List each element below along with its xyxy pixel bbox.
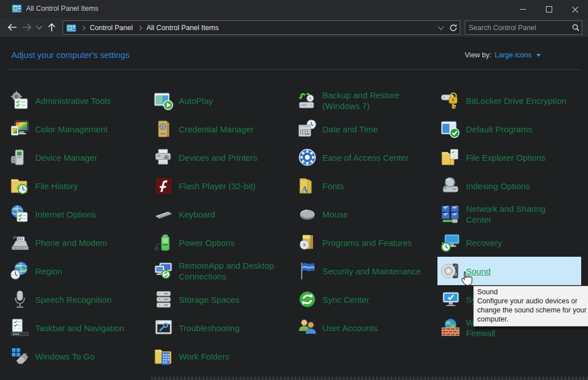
item-region[interactable]: Region bbox=[7, 257, 151, 285]
maximize-button[interactable] bbox=[536, 0, 562, 18]
item-label: Mouse bbox=[323, 209, 348, 220]
hand-cursor-icon bbox=[460, 271, 473, 289]
system-icon bbox=[441, 290, 460, 309]
item-speech-recognition[interactable]: Speech Recognition bbox=[7, 285, 151, 314]
item-label: File History bbox=[35, 181, 78, 191]
bitlocker-icon bbox=[441, 91, 460, 110]
item-bitlocker-drive-encryption[interactable]: BitLocker Drive Encryption bbox=[437, 86, 581, 115]
taskbar-navigation-icon bbox=[10, 318, 30, 337]
close-button[interactable] bbox=[562, 0, 588, 18]
recovery-icon bbox=[441, 233, 460, 252]
item-work-folders[interactable]: Work Folders bbox=[151, 342, 294, 370]
item-date-and-time[interactable]: Date and Time bbox=[294, 115, 438, 143]
item-administrative-tools[interactable]: Administrative Tools bbox=[7, 86, 151, 115]
backup-restore-icon bbox=[298, 91, 317, 110]
item-security-and-maintenance[interactable]: Security and Maintenance bbox=[294, 257, 438, 285]
forward-button[interactable] bbox=[19, 20, 34, 35]
control-panel-icon bbox=[12, 5, 22, 12]
minimize-icon bbox=[520, 9, 526, 10]
sound-icon bbox=[441, 261, 460, 281]
file-history-icon bbox=[10, 176, 30, 195]
view-by-value[interactable]: Large icons bbox=[495, 51, 532, 59]
item-fonts[interactable]: AFonts bbox=[294, 172, 438, 200]
item-label: Storage Spaces bbox=[179, 294, 240, 305]
chevron-down-icon bbox=[437, 23, 444, 30]
item-recovery[interactable]: Recovery bbox=[437, 228, 581, 257]
tooltip: Sound Configure your audio devices or ch… bbox=[473, 286, 588, 327]
items-grid: Administrative ToolsAutoPlayBackup and R… bbox=[7, 86, 581, 370]
breadcrumb-control-panel[interactable]: Control Panel bbox=[90, 24, 133, 32]
item-label: BitLocker Drive Encryption bbox=[466, 95, 566, 106]
item-label: Default Programs bbox=[466, 124, 532, 135]
item-phone-and-modem[interactable]: Phone and Modem bbox=[7, 228, 151, 257]
item-label: Speech Recognition bbox=[35, 294, 111, 305]
title-bar: All Control Panel Items bbox=[0, 0, 588, 18]
item-devices-and-printers[interactable]: Devices and Printers bbox=[151, 143, 294, 172]
forward-arrow-icon bbox=[22, 23, 32, 31]
item-user-accounts[interactable]: User Accounts bbox=[294, 314, 438, 342]
item-troubleshooting[interactable]: Troubleshooting bbox=[151, 314, 294, 342]
address-field[interactable]: Control Panel All Control Panel Items bbox=[62, 20, 460, 35]
programs-features-icon bbox=[298, 233, 317, 252]
remoteapp-icon bbox=[154, 261, 173, 281]
region-icon bbox=[10, 261, 30, 281]
item-label: Work Folders bbox=[179, 351, 230, 362]
item-autoplay[interactable]: AutoPlay bbox=[151, 86, 294, 115]
svg-text:A: A bbox=[301, 185, 308, 194]
maximize-icon bbox=[546, 6, 552, 12]
item-programs-and-features[interactable]: Programs and Features bbox=[294, 228, 438, 257]
item-default-programs[interactable]: Default Programs bbox=[437, 115, 581, 143]
item-power-options[interactable]: Power Options bbox=[151, 228, 294, 257]
back-button[interactable] bbox=[5, 20, 19, 35]
up-arrow-icon bbox=[48, 23, 56, 32]
item-device-manager[interactable]: Device Manager bbox=[7, 143, 151, 172]
item-label: Credential Manager bbox=[179, 124, 254, 135]
item-label: Phone and Modem bbox=[35, 237, 107, 248]
item-backup-and-restore-windows-7[interactable]: Backup and Restore (Windows 7) bbox=[294, 86, 438, 115]
item-indexing-options[interactable]: Indexing Options bbox=[437, 172, 581, 200]
item-label: RemoteApp and Desktop Connections bbox=[179, 260, 274, 282]
item-sync-center[interactable]: Sync Center bbox=[294, 285, 438, 314]
up-button[interactable] bbox=[44, 20, 59, 35]
item-label: Sync Center bbox=[323, 294, 370, 305]
view-by-control[interactable]: View by: Large icons bbox=[465, 51, 541, 59]
internet-options-icon bbox=[10, 204, 30, 224]
troubleshooting-icon bbox=[154, 318, 173, 337]
item-file-explorer-options[interactable]: File Explorer Options bbox=[437, 143, 581, 172]
back-arrow-icon bbox=[7, 23, 17, 31]
minimize-button[interactable] bbox=[510, 0, 536, 18]
breadcrumb-all-items[interactable]: All Control Panel Items bbox=[147, 24, 219, 32]
recent-pages-dropdown[interactable] bbox=[34, 20, 44, 35]
item-ease-of-access-center[interactable]: Ease of Access Center bbox=[294, 143, 438, 172]
refresh-button[interactable] bbox=[447, 20, 460, 35]
phone-modem-icon bbox=[10, 233, 30, 252]
item-label: Flash Player (32-bit) bbox=[179, 181, 256, 191]
item-windows-to-go[interactable]: Windows To Go bbox=[7, 342, 151, 370]
item-internet-options[interactable]: Internet Options bbox=[7, 200, 151, 228]
search-box bbox=[465, 20, 582, 35]
item-label: Keyboard bbox=[179, 209, 215, 220]
header-divider bbox=[7, 69, 581, 70]
item-label: AutoPlay bbox=[179, 95, 213, 106]
tooltip-body: Configure your audio devices or change t… bbox=[477, 297, 588, 324]
item-sound[interactable]: Sound bbox=[437, 257, 581, 285]
windows-to-go-icon bbox=[10, 346, 30, 366]
item-credential-manager[interactable]: Credential Manager bbox=[151, 115, 294, 143]
search-input[interactable] bbox=[465, 24, 569, 32]
address-history-dropdown[interactable] bbox=[435, 20, 447, 35]
item-color-management[interactable]: Color Management bbox=[7, 115, 151, 143]
item-remoteapp-and-desktop-connections[interactable]: RemoteApp and Desktop Connections bbox=[151, 257, 294, 285]
item-taskbar-and-navigation[interactable]: Taskbar and Navigation bbox=[7, 314, 151, 342]
search-icon[interactable] bbox=[569, 24, 582, 31]
item-label: File Explorer Options bbox=[466, 152, 545, 163]
item-storage-spaces[interactable]: Storage Spaces bbox=[151, 285, 294, 314]
breadcrumb-separator-icon bbox=[137, 25, 142, 30]
item-label: Network and Sharing Center bbox=[466, 203, 545, 225]
background-window-fragment-bottom bbox=[151, 377, 588, 380]
item-flash-player-32-bit[interactable]: Flash Player (32-bit) bbox=[151, 172, 294, 200]
item-mouse[interactable]: Mouse bbox=[294, 200, 438, 228]
default-programs-icon bbox=[441, 119, 460, 139]
item-file-history[interactable]: File History bbox=[7, 172, 151, 200]
item-network-and-sharing-center[interactable]: Network and Sharing Center bbox=[437, 200, 581, 228]
item-keyboard[interactable]: Keyboard bbox=[151, 200, 294, 228]
